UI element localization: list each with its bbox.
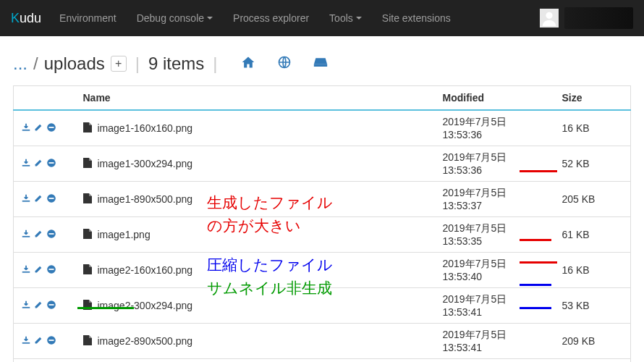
file-modified: 2019年7月5日 13:53:41 <box>436 288 555 324</box>
delete-icon[interactable] <box>46 264 56 277</box>
svg-rect-14 <box>49 233 54 235</box>
delete-icon[interactable] <box>46 229 56 241</box>
file-name[interactable]: image1.png <box>98 229 151 240</box>
file-icon <box>83 264 92 277</box>
svg-rect-2 <box>313 64 326 67</box>
nav-site-extensions[interactable]: Site extensions <box>382 12 451 24</box>
file-icon <box>83 122 92 135</box>
file-size: 52 KB <box>555 146 631 182</box>
globe-icon[interactable] <box>277 54 292 74</box>
nav-debug-console[interactable]: Debug console <box>137 12 213 24</box>
file-modified: 2019年7月5日 13:53:35 <box>436 217 555 253</box>
nav-label: Tools <box>329 12 353 24</box>
svg-rect-17 <box>49 269 54 270</box>
edit-icon[interactable] <box>34 300 43 311</box>
svg-rect-6 <box>22 164 30 166</box>
nav-label: Environment <box>59 12 116 24</box>
edit-icon[interactable] <box>34 335 43 347</box>
file-icon <box>83 158 92 170</box>
svg-rect-15 <box>22 271 30 272</box>
table-row: image2.png2019年7月5日 13:53:4016 KB <box>14 359 631 363</box>
nav-process-explorer[interactable]: Process explorer <box>233 12 309 24</box>
table-row: image2-644x362.png2019年7月5日 13:53:41209 … <box>14 324 631 359</box>
nav-label: Process explorer <box>233 12 309 24</box>
file-size: 53 KB <box>555 288 631 324</box>
download-icon[interactable] <box>21 264 31 277</box>
edit-icon[interactable] <box>34 158 43 169</box>
col-modified[interactable]: Modified <box>436 86 555 111</box>
file-modified: 2019年7月5日 13:53:41 <box>436 324 555 359</box>
delete-icon[interactable] <box>46 158 56 170</box>
chevron-down-icon <box>207 17 213 20</box>
file-size: 16 KB <box>555 359 631 363</box>
svg-rect-9 <box>22 200 30 201</box>
chevron-down-icon <box>356 17 362 20</box>
navbar: Kudu Environment Debug console Process e… <box>0 0 644 36</box>
file-table: Name Modified Size image1-160x160.png201… <box>13 85 631 362</box>
breadcrumb-root[interactable]: ... <box>13 54 27 74</box>
nav-environment[interactable]: Environment <box>59 12 116 24</box>
col-size[interactable]: Size <box>555 86 631 111</box>
brand-logo: Kudu <box>11 11 41 26</box>
file-icon <box>83 335 92 348</box>
svg-point-0 <box>546 12 552 19</box>
svg-rect-5 <box>49 127 54 128</box>
file-size: 61 KB <box>555 217 631 253</box>
svg-rect-21 <box>22 342 30 343</box>
edit-icon[interactable] <box>34 193 43 205</box>
delete-icon[interactable] <box>46 300 56 312</box>
table-row: image1-300x294.png2019年7月5日 13:53:3652 K… <box>14 146 631 182</box>
file-name[interactable]: image2-300x294.png <box>98 300 193 311</box>
delete-icon[interactable] <box>46 193 56 206</box>
col-name[interactable]: Name <box>76 86 436 111</box>
file-name[interactable]: image1-644x362.png <box>98 193 193 205</box>
file-size: 16 KB <box>555 110 631 146</box>
delete-icon[interactable] <box>46 122 56 135</box>
download-icon[interactable] <box>21 229 31 241</box>
svg-rect-20 <box>49 304 54 306</box>
edit-icon[interactable] <box>34 264 43 276</box>
delete-icon[interactable] <box>46 335 56 348</box>
download-icon[interactable] <box>21 335 31 348</box>
file-icon <box>83 229 92 241</box>
svg-rect-11 <box>49 198 54 199</box>
download-icon[interactable] <box>21 122 31 135</box>
file-size: 16 KB <box>555 253 631 288</box>
breadcrumb: ... / uploads + <box>13 54 127 74</box>
user-menu[interactable] <box>564 7 633 29</box>
file-modified: 2019年7月5日 13:53:37 <box>436 182 555 217</box>
breadcrumb-bar: ... / uploads + | 9 items | <box>0 36 644 85</box>
file-name[interactable]: image2-644x362.png <box>98 335 193 347</box>
table-row: image2-300x294.png2019年7月5日 13:53:4153 K… <box>14 288 631 324</box>
nav-tools[interactable]: Tools <box>329 12 362 24</box>
file-size: 209 KB <box>555 324 631 359</box>
avatar[interactable] <box>540 9 559 28</box>
svg-rect-3 <box>22 129 30 130</box>
table-row: image1-644x362.png2019年7月5日 13:53:37205 … <box>14 182 631 217</box>
nav-label: Site extensions <box>382 12 451 24</box>
table-row: image1-160x160.png2019年7月5日 13:53:3616 K… <box>14 110 631 146</box>
file-name[interactable]: image1-160x160.png <box>98 122 193 134</box>
file-name[interactable]: image1-300x294.png <box>98 158 193 169</box>
file-name[interactable]: image2-160x160.png <box>98 264 193 276</box>
download-icon[interactable] <box>21 158 31 170</box>
edit-icon[interactable] <box>34 122 43 134</box>
download-icon[interactable] <box>21 193 31 206</box>
add-button[interactable]: + <box>111 56 127 72</box>
table-row: image2-160x160.png2019年7月5日 13:53:4016 K… <box>14 253 631 288</box>
file-modified: 2019年7月5日 13:53:40 <box>436 253 555 288</box>
breadcrumb-segment: uploads <box>44 54 105 74</box>
file-icon <box>83 193 92 206</box>
nav-label: Debug console <box>137 12 204 24</box>
download-icon[interactable] <box>21 300 31 312</box>
file-modified: 2019年7月5日 13:53:36 <box>436 146 555 182</box>
svg-rect-12 <box>22 235 30 237</box>
file-size: 205 KB <box>555 182 631 217</box>
file-icon <box>83 300 92 312</box>
person-icon <box>541 10 557 26</box>
home-icon[interactable] <box>241 54 255 74</box>
item-count: 9 items <box>148 54 204 74</box>
svg-rect-18 <box>22 306 30 308</box>
disk-icon[interactable] <box>313 54 328 74</box>
edit-icon[interactable] <box>34 229 43 240</box>
